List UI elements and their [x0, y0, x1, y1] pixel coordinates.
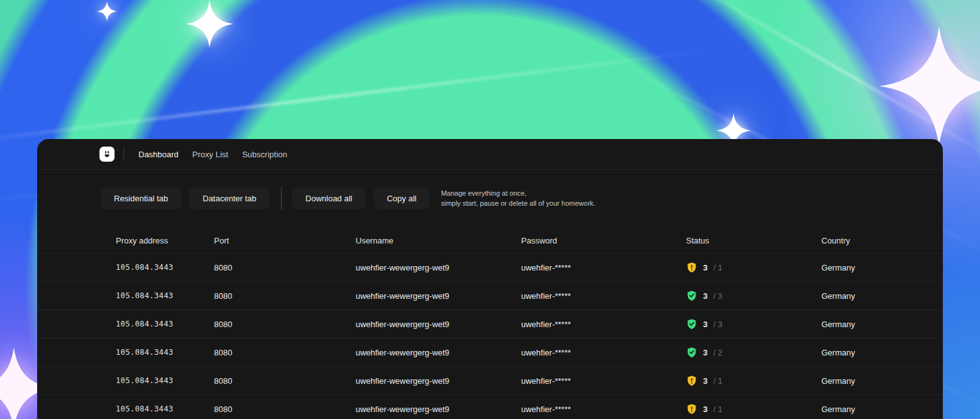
brand-logo[interactable] — [99, 147, 115, 162]
top-nav: Dashboard Proxy List Subscription — [37, 139, 943, 170]
status-primary: 3 — [703, 263, 707, 272]
cell-port: 8080 — [214, 348, 356, 357]
cell-proxy-address: 105.084.3443 — [116, 376, 214, 385]
cell-password: uwehfier-***** — [521, 376, 686, 386]
cell-status: 3 / 1 — [686, 262, 821, 273]
cell-status: 3 / 2 — [686, 347, 821, 358]
cell-status: 3 / 3 — [686, 318, 821, 330]
column-header-country: Country — [821, 236, 943, 245]
cell-country: Germany — [821, 291, 943, 301]
nav-item-dashboard[interactable]: Dashboard — [132, 146, 186, 163]
cell-username: uwehfier-wewergerg-wet9 — [356, 291, 521, 301]
toolbar-note-line2: simply start, pause or delete all of you… — [441, 198, 595, 208]
status-secondary: / 2 — [713, 348, 722, 357]
cell-username: uwehfier-wewergerg-wet9 — [356, 405, 521, 414]
cell-status: 3 / 1 — [686, 403, 821, 415]
cell-proxy-address: 105.084.3443 — [116, 263, 214, 272]
cell-country: Germany — [821, 263, 943, 272]
shield-ok-icon — [686, 347, 697, 358]
sparkle-star-icon — [186, 0, 234, 48]
cell-port: 8080 — [214, 376, 356, 386]
status-secondary: / 3 — [713, 291, 722, 301]
status-secondary: / 1 — [713, 263, 722, 272]
cell-password: uwehfier-***** — [521, 348, 686, 357]
datacenter-tab-button[interactable]: Datacenter tab — [189, 187, 269, 209]
cell-country: Germany — [821, 320, 943, 329]
status-primary: 3 — [703, 376, 707, 386]
sparkle-star-icon — [879, 26, 980, 146]
nav-item-subscription[interactable]: Subscription — [235, 146, 295, 163]
column-header-proxy-address: Proxy address — [116, 236, 214, 245]
cell-username: uwehfier-wewergerg-wet9 — [356, 348, 521, 357]
shield-ok-icon — [686, 290, 697, 301]
cell-proxy-address: 105.084.3443 — [116, 320, 214, 328]
shield-warning-icon — [686, 262, 697, 273]
download-all-button[interactable]: Download all — [292, 187, 365, 209]
proxy-table: Proxy address Port Username Password Sta… — [37, 228, 943, 419]
cell-username: uwehfier-wewergerg-wet9 — [356, 376, 521, 386]
status-secondary: / 1 — [713, 405, 722, 414]
cell-proxy-address: 105.084.3443 — [116, 405, 214, 413]
shield-warning-icon — [686, 375, 697, 386]
cell-country: Germany — [821, 376, 943, 386]
column-header-password: Password — [521, 236, 686, 245]
table-header: Proxy address Port Username Password Sta… — [37, 228, 943, 253]
cell-password: uwehfier-***** — [521, 405, 686, 414]
table-row[interactable]: 105.084.3443 8080 uwehfier-wewergerg-wet… — [37, 394, 943, 419]
proxy-manager-panel: Dashboard Proxy List Subscription Reside… — [37, 139, 943, 419]
cell-username: uwehfier-wewergerg-wet9 — [356, 263, 521, 272]
shield-ok-icon — [686, 318, 697, 330]
table-row[interactable]: 105.084.3443 8080 uwehfier-wewergerg-wet… — [37, 281, 943, 310]
copy-all-button[interactable]: Copy all — [374, 187, 430, 209]
status-primary: 3 — [703, 405, 707, 414]
table-row[interactable]: 105.084.3443 8080 uwehfier-wewergerg-wet… — [37, 310, 943, 338]
cell-port: 8080 — [214, 320, 356, 329]
shield-warning-icon — [686, 403, 697, 415]
cell-country: Germany — [821, 405, 943, 414]
cell-status: 3 / 3 — [686, 290, 821, 301]
status-primary: 3 — [703, 348, 707, 357]
table-body: 105.084.3443 8080 uwehfier-wewergerg-wet… — [37, 253, 943, 419]
cell-port: 8080 — [214, 263, 356, 272]
column-header-username: Username — [356, 236, 521, 245]
status-secondary: / 1 — [713, 376, 722, 386]
status-secondary: / 3 — [713, 320, 722, 329]
table-row[interactable]: 105.084.3443 8080 uwehfier-wewergerg-wet… — [37, 253, 943, 281]
toolbar: Residential tab Datacenter tab Download … — [37, 187, 943, 210]
cell-port: 8080 — [214, 405, 356, 414]
column-header-status: Status — [686, 236, 821, 245]
toolbar-divider — [281, 187, 282, 210]
cell-proxy-address: 105.084.3443 — [116, 291, 214, 300]
cell-country: Germany — [821, 348, 943, 357]
sparkle-star-icon — [97, 1, 117, 21]
cell-password: uwehfier-***** — [521, 320, 686, 329]
toolbar-note-line1: Manage everything at once, — [441, 188, 595, 198]
cell-password: uwehfier-***** — [521, 291, 686, 301]
table-row[interactable]: 105.084.3443 8080 uwehfier-wewergerg-wet… — [37, 366, 943, 394]
nav-divider — [123, 147, 124, 161]
cell-username: uwehfier-wewergerg-wet9 — [356, 320, 521, 329]
cell-proxy-address: 105.084.3443 — [116, 348, 214, 357]
cell-port: 8080 — [214, 291, 356, 301]
status-primary: 3 — [703, 320, 707, 329]
column-header-port: Port — [214, 236, 356, 245]
smiley-face-icon — [101, 148, 113, 160]
residential-tab-button[interactable]: Residential tab — [101, 187, 181, 209]
cell-password: uwehfier-***** — [521, 263, 686, 272]
status-primary: 3 — [703, 291, 707, 301]
nav-item-proxy-list[interactable]: Proxy List — [186, 146, 235, 163]
toolbar-note: Manage everything at once, simply start,… — [441, 188, 595, 208]
table-row[interactable]: 105.084.3443 8080 uwehfier-wewergerg-wet… — [37, 338, 943, 366]
cell-status: 3 / 1 — [686, 375, 821, 386]
